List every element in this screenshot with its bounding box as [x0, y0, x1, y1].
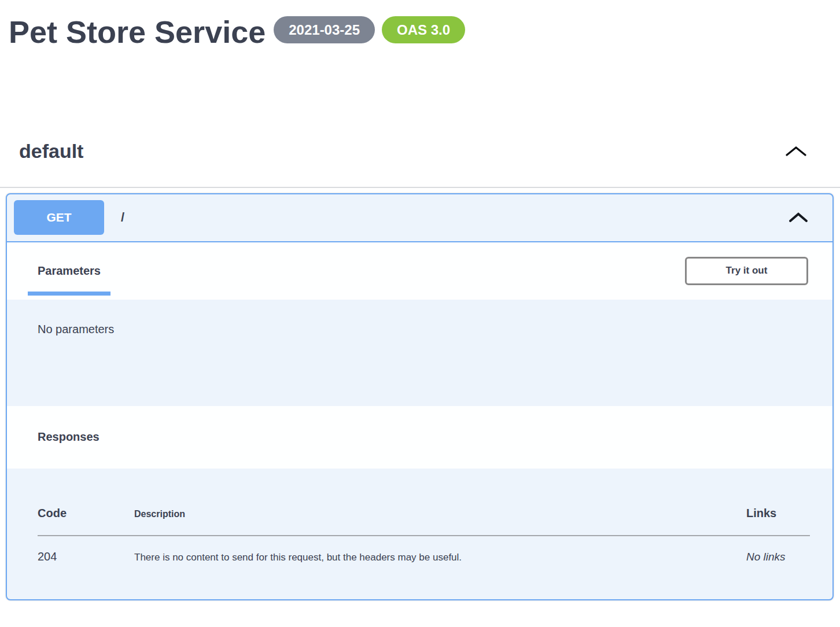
- column-header-code: Code: [38, 507, 134, 520]
- api-header: Pet Store Service 2021-03-25 OAS 3.0: [0, 0, 840, 52]
- operation-path: /: [121, 210, 124, 225]
- column-header-description: Description: [134, 509, 746, 519]
- operation-block-get: GET / Parameters Try it out No parameter…: [6, 193, 834, 600]
- no-parameters-message: No parameters: [38, 323, 114, 335]
- responses-section-header: Responses: [7, 406, 832, 469]
- http-method-badge: GET: [14, 200, 104, 235]
- tag-section-title: default: [19, 140, 83, 163]
- oas-version-badge: OAS 3.0: [382, 16, 465, 43]
- parameters-body: No parameters: [7, 300, 832, 406]
- badge-group: 2021-03-25 OAS 3.0: [274, 16, 465, 43]
- response-links: No links: [746, 551, 810, 563]
- response-description: There is no content to send for this req…: [134, 552, 746, 563]
- response-code: 204: [38, 550, 134, 563]
- operation-summary[interactable]: GET /: [7, 194, 832, 242]
- tag-section-toggle[interactable]: default: [0, 140, 840, 188]
- responses-title: Responses: [38, 430, 100, 444]
- tab-parameters[interactable]: Parameters: [28, 264, 110, 278]
- column-header-links: Links: [746, 507, 810, 520]
- parameters-section-header: Parameters Try it out: [7, 242, 832, 300]
- page-title: Pet Store Service: [9, 13, 266, 52]
- try-it-out-button[interactable]: Try it out: [685, 257, 808, 285]
- table-row: 204 There is no content to send for this…: [38, 536, 810, 599]
- responses-body: Code Description Links 204 There is no c…: [7, 469, 832, 599]
- chevron-up-icon[interactable]: [785, 146, 807, 157]
- responses-table-header: Code Description Links: [38, 469, 810, 520]
- version-badge: 2021-03-25: [274, 16, 375, 43]
- chevron-up-icon[interactable]: [789, 212, 808, 223]
